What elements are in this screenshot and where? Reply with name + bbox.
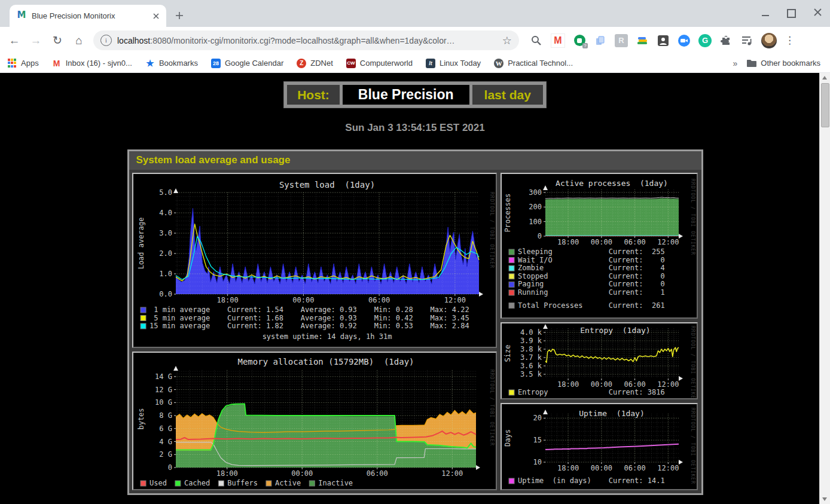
uptime-graph[interactable]: 10152018:0000:0006:0012:00Uptime (1day)D… (501, 403, 698, 490)
svg-text:Active: Active (274, 479, 300, 487)
svg-text:00:00: 00:00 (590, 238, 612, 246)
bookmark-bookmarks[interactable]: ★ Bookmarks (145, 59, 198, 68)
svg-text:Zombie Current:: Zombie Current: 4 (518, 264, 665, 272)
tab-close-icon[interactable] (151, 11, 161, 22)
search-extension-icon[interactable] (530, 34, 543, 47)
zdnet-icon: Z (297, 59, 306, 68)
bookmarks-bar: Apps M Inbox (16) - sjvn0... ★ Bookmarks… (0, 54, 830, 73)
browser-tab[interactable]: M Blue Precision Monitorix (10, 5, 166, 27)
graphs-left-column: 0.01.02.03.04.05.018:0000:0006:0012:00Sy… (132, 173, 497, 490)
chart-canvas-entropy: 3.5 k3.6 k3.7 k3.8 k3.9 k4.0 k18:0000:00… (502, 323, 697, 398)
svg-text:20: 20 (533, 414, 541, 422)
gmail-extension-icon[interactable]: M (551, 33, 565, 48)
voice-badge: ? (582, 43, 588, 48)
svg-text:Active processes (1day): Active processes (1day) (556, 179, 668, 188)
bookmark-inbox[interactable]: M Inbox (16) - sjvn0... (52, 59, 132, 68)
svg-text:Uptime (in days) Current:: Uptime (in days) Current: 14.1 (518, 476, 665, 485)
svg-text:06:00: 06:00 (624, 380, 645, 389)
svg-text:00:00: 00:00 (292, 296, 314, 304)
bookmarks-overflow-chevron[interactable]: » (733, 59, 738, 68)
copy-pages-extension-icon[interactable] (594, 34, 607, 47)
reload-button[interactable]: ↻ (48, 32, 66, 50)
svg-text:18:00: 18:00 (557, 238, 579, 246)
playlist-extension-icon[interactable] (740, 34, 753, 47)
svg-text:12:00: 12:00 (657, 380, 679, 389)
books-extension-icon[interactable] (636, 34, 649, 47)
svg-text:Load average: Load average (137, 218, 145, 270)
system-load-graph[interactable]: 0.01.02.03.04.05.018:0000:0006:0012:00Sy… (132, 173, 497, 348)
svg-text:2 G: 2 G (159, 450, 172, 459)
svg-text:RRDTOOL / TOBI OETIKER: RRDTOOL / TOBI OETIKER (489, 192, 495, 268)
svg-text:Entropy (1day): Entropy (1day) (580, 326, 650, 335)
zoom-extension-icon[interactable] (678, 34, 691, 47)
page-scrollbar[interactable] (819, 73, 830, 504)
extensions-puzzle-icon[interactable] (719, 34, 733, 47)
browser-menu-icon[interactable]: ⋮ (785, 34, 795, 47)
url-rest: :8080/monitorix-cgi/monitorix.cgi?mode=l… (150, 36, 454, 45)
svg-text:0.0: 0.0 (159, 290, 172, 298)
tab-strip: M Blue Precision Monitorix (0, 0, 830, 27)
entropy-graph[interactable]: 3.5 k3.6 k3.7 k3.8 k3.9 k4.0 k18:0000:00… (501, 322, 698, 399)
r-extension-icon[interactable]: R (615, 34, 628, 47)
forward-button[interactable]: → (27, 32, 45, 50)
bookmark-label: ZDNet (310, 59, 333, 68)
svg-text:200: 200 (529, 203, 542, 211)
bookmark-zdnet[interactable]: Z ZDNet (297, 59, 333, 68)
svg-text:Uptime (1day): Uptime (1day) (579, 409, 645, 418)
bookmark-label: Google Calendar (225, 59, 283, 68)
new-tab-button[interactable] (171, 7, 188, 24)
address-bar[interactable]: i localhost:8080/monitorix-cgi/monitorix… (93, 30, 519, 50)
svg-text:12:00: 12:00 (444, 296, 465, 304)
scrollbar-down-arrow[interactable] (822, 497, 827, 501)
svg-text:00:00: 00:00 (291, 469, 313, 478)
other-bookmarks[interactable]: Other bookmarks (747, 59, 820, 68)
svg-text:1.0: 1.0 (159, 270, 172, 278)
page-viewport: Host: Blue Precision last day Sun Jan 3 … (0, 73, 830, 504)
home-button[interactable]: ⌂ (70, 32, 88, 50)
account-extension-icon[interactable] (657, 34, 670, 47)
svg-text:Days: Days (504, 429, 512, 447)
profile-avatar[interactable] (761, 33, 777, 48)
bookmark-google-calendar[interactable]: 28 Google Calendar (211, 59, 283, 68)
scrollbar-thumb[interactable] (821, 83, 829, 127)
maximize-button[interactable] (787, 9, 796, 18)
when-selector[interactable]: last day (472, 85, 543, 105)
site-info-icon[interactable]: i (100, 35, 112, 46)
svg-text:Stopped Current:: Stopped Current: 0 (518, 272, 665, 280)
bookmark-practical-technology[interactable]: W Practical Technol... (494, 59, 573, 68)
svg-text:4.0 k: 4.0 k (520, 328, 542, 337)
svg-text:Entropy Current:: Entropy Current: 3816 (518, 388, 665, 396)
bookmark-linux-today[interactable]: lt Linux Today (426, 59, 481, 68)
svg-text:Wait I/O Current:: Wait I/O Current: 0 (518, 256, 665, 264)
active-processes-graph[interactable]: 010020030018:0000:0006:0012:00Active pro… (501, 173, 698, 319)
gmail-icon: M (52, 59, 62, 68)
other-bookmarks-label: Other bookmarks (761, 59, 820, 68)
svg-text:5.0: 5.0 (159, 188, 172, 197)
svg-text:RRDTOOL / TOBI OETIKER: RRDTOOL / TOBI OETIKER (690, 326, 695, 398)
memory-allocation-graph[interactable]: 02 G4 G6 G8 G10 G12 G14 G18:0000:0006:00… (132, 352, 497, 490)
svg-text:06:00: 06:00 (624, 464, 645, 472)
back-button[interactable]: ← (5, 32, 23, 50)
calendar-icon: 28 (211, 59, 221, 68)
url-text[interactable]: localhost:8080/monitorix-cgi/monitorix.c… (117, 36, 498, 45)
chart-canvas-uptime: 10152018:0000:0006:0012:00Uptime (1day)D… (502, 404, 697, 489)
svg-text:100: 100 (529, 218, 542, 226)
grammarly-extension-icon[interactable]: G (698, 34, 712, 47)
bookmark-computerworld[interactable]: CW Computerworld (346, 59, 413, 68)
url-host: localhost (117, 36, 150, 45)
scrollbar-up-arrow[interactable] (822, 76, 827, 80)
svg-text:Buffers: Buffers (227, 479, 258, 487)
close-window-button[interactable] (814, 8, 822, 19)
svg-text:12:00: 12:00 (657, 238, 679, 246)
computerworld-icon: CW (346, 59, 356, 68)
bookmark-apps[interactable]: Apps (7, 59, 39, 68)
bookmark-star-icon[interactable]: ☆ (502, 34, 512, 47)
svg-text:Size: Size (504, 345, 512, 362)
minimize-button[interactable] (762, 15, 769, 16)
svg-text:Total Processes Current:: Total Processes Current: 261 (518, 301, 665, 310)
svg-text:300: 300 (529, 188, 542, 197)
bookmark-label: Inbox (16) - sjvn0... (66, 59, 132, 68)
chart-canvas-procs: 010020030018:0000:0006:0012:00Active pro… (502, 174, 697, 317)
bookmark-label: Linux Today (440, 59, 481, 68)
voice-extension-icon[interactable]: ? (573, 34, 586, 47)
